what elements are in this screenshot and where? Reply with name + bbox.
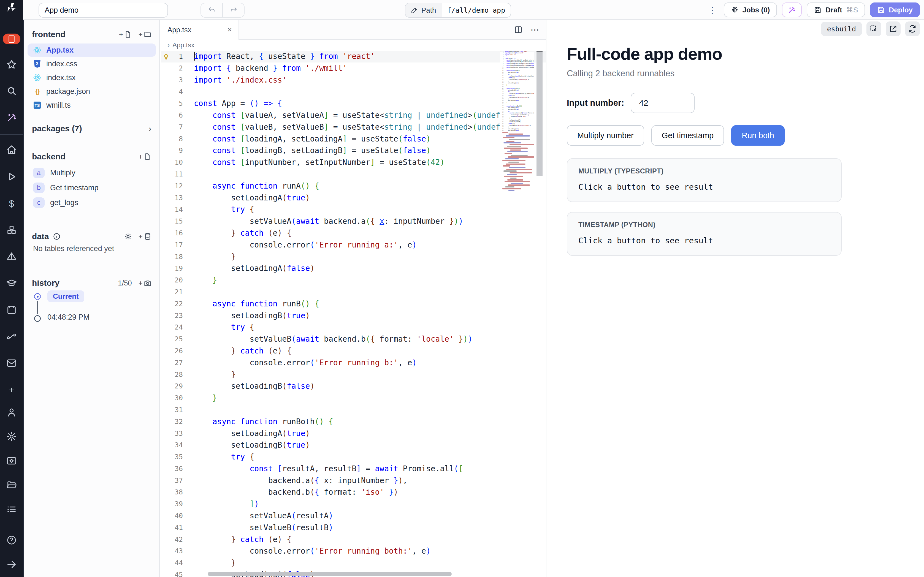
file-item-index-css[interactable]: 3 index.css [27, 57, 156, 71]
code-line: 9 const [loadingB, setLoadingB] = useSta… [161, 145, 546, 156]
help-icon[interactable] [3, 532, 20, 548]
camera-icon [144, 279, 152, 287]
schedules-calendar-icon[interactable] [3, 303, 20, 317]
instance-settings-icon[interactable] [3, 453, 20, 469]
home-icon[interactable] [3, 143, 20, 157]
editor-more-icon[interactable]: ⋯ [531, 24, 539, 35]
code-line: 2import { backend } from './wmill' [161, 63, 546, 74]
runnable-item-multiply[interactable]: a Multiply [27, 166, 156, 180]
code-line: 24 try { [161, 322, 546, 334]
run-both-button[interactable]: Run both [731, 125, 785, 146]
multiply-number-button[interactable]: Multiply number [567, 125, 644, 146]
runnable-item-get-logs[interactable]: c get_logs [27, 195, 156, 210]
file-item-wmill-ts[interactable]: TS wmill.ts [27, 98, 156, 112]
current-version-chip[interactable]: Current [47, 290, 84, 302]
result-card-body: Click a button to see result [578, 236, 830, 245]
current-version-dot[interactable] [34, 293, 41, 300]
add-plus-icon[interactable]: + [3, 383, 20, 396]
add-runnable-button[interactable]: + [139, 153, 152, 161]
mail-icon[interactable] [3, 356, 20, 370]
frontend-title: frontend [32, 30, 66, 39]
bundler-badge: esbuild [821, 22, 862, 36]
file-item-app-tsx[interactable]: App.tsx [27, 44, 156, 57]
kebab-menu-icon[interactable]: ⋮ [706, 5, 719, 15]
apps-rail-item[interactable] [3, 34, 20, 44]
expand-arrow-right-icon[interactable] [3, 556, 20, 572]
app-name-input[interactable] [39, 3, 168, 18]
close-tab-icon[interactable]: × [227, 25, 232, 34]
folders-icon[interactable] [3, 477, 20, 493]
code-line: 43 console.error('Error running both:', … [161, 545, 546, 557]
timeline-line [37, 301, 38, 314]
file-icon [144, 153, 152, 161]
user-icon[interactable] [3, 404, 20, 421]
react-icon [33, 46, 41, 54]
draft-button[interactable]: Draft ⌘S [807, 2, 865, 17]
editor-vertical-scrollbar[interactable] [537, 51, 543, 176]
deploy-button[interactable]: Deploy [870, 2, 920, 17]
history-timeline: Current 04:48:29 PM [34, 293, 159, 322]
packages-section[interactable]: packages (7) › [24, 124, 159, 133]
windmill-logo-icon[interactable] [0, 0, 23, 16]
file-icon [124, 31, 132, 38]
jobs-button[interactable]: Jobs (0) [724, 2, 777, 17]
code-line: 15 setValueA(await backend.a({ x: inputN… [161, 216, 546, 227]
backend-section-header: backend + [24, 152, 159, 161]
code-line: 33 setLoadingA(true) [161, 428, 546, 440]
tab-app-tsx[interactable]: App.tsx × [161, 20, 239, 40]
refresh-button[interactable] [905, 21, 920, 36]
triggers-route-icon[interactable] [3, 330, 20, 343]
snapshot-button[interactable]: + [139, 279, 152, 287]
code-line: 30 } [161, 392, 546, 404]
code-line: 38 backend.b({ format: 'iso' }) [161, 487, 546, 498]
workers-list-icon[interactable] [3, 501, 20, 517]
settings-gear-icon[interactable] [3, 428, 20, 445]
code-line: 18 } [161, 251, 546, 263]
breadcrumb[interactable]: › App.tsx [161, 40, 546, 51]
redo-button[interactable] [223, 3, 244, 17]
code-line: 27 console.error('Error running b:', e) [161, 357, 546, 369]
code-area[interactable]: 1import React, { useState } from 'react'… [161, 51, 546, 577]
favorites-star-icon[interactable] [3, 58, 20, 71]
number-input[interactable] [631, 93, 695, 113]
code-line: 7 const [valueB, setValueB] = useState<s… [161, 121, 546, 133]
variables-dollar-icon[interactable]: $ [3, 197, 20, 210]
ai-assistant-button[interactable] [782, 2, 802, 17]
split-editor-icon[interactable] [514, 25, 523, 34]
file-item-package-json[interactable]: {} package.json [27, 85, 156, 98]
editor-horizontal-scrollbar[interactable] [208, 572, 452, 576]
undo-button[interactable] [201, 3, 223, 17]
ai-wand-icon[interactable] [3, 111, 20, 124]
version-timestamp[interactable]: 04:48:29 PM [47, 313, 90, 322]
add-file-button[interactable]: + [119, 30, 132, 39]
left-icon-rail: $ + [0, 0, 23, 577]
path-value[interactable]: f/all/demo_app [442, 3, 511, 17]
data-settings-button[interactable] [124, 233, 132, 240]
css3-icon: 3 [33, 60, 41, 68]
runnable-badge: a [33, 168, 45, 178]
preview-subtitle: Calling 2 backend runnables [567, 69, 924, 79]
code-line: 5const App = () => { [161, 98, 546, 110]
open-external-button[interactable] [886, 21, 901, 36]
rail-divider [0, 134, 23, 135]
resources-boxes-icon[interactable] [3, 223, 20, 237]
minimap[interactable]: 1import React, { useState } from 'react'… [500, 51, 534, 577]
refresh-icon [908, 25, 917, 33]
frontend-section-header: frontend + + [24, 30, 159, 39]
path-chip[interactable]: Path f/all/demo_app [405, 3, 511, 18]
inspect-select-button[interactable] [866, 21, 881, 36]
tutorials-graduation-cap-icon[interactable] [3, 277, 20, 290]
get-timestamp-button[interactable]: Get timestamp [651, 125, 724, 146]
file-item-index-tsx[interactable]: index.tsx [27, 71, 156, 84]
data-empty-text: No tables referenced yet [24, 241, 159, 256]
runnable-item-get-timestamp[interactable]: b Get timestamp [27, 181, 156, 195]
save-icon [814, 6, 822, 14]
previous-version-dot[interactable] [34, 315, 41, 322]
assets-prism-icon[interactable] [3, 250, 20, 263]
add-table-button[interactable]: + [139, 232, 152, 241]
runs-play-icon[interactable] [3, 170, 20, 184]
lightbulb-icon[interactable] [500, 51, 502, 52]
backend-title: backend [32, 152, 66, 161]
add-folder-button[interactable]: + [139, 30, 152, 39]
search-icon[interactable] [3, 84, 20, 98]
